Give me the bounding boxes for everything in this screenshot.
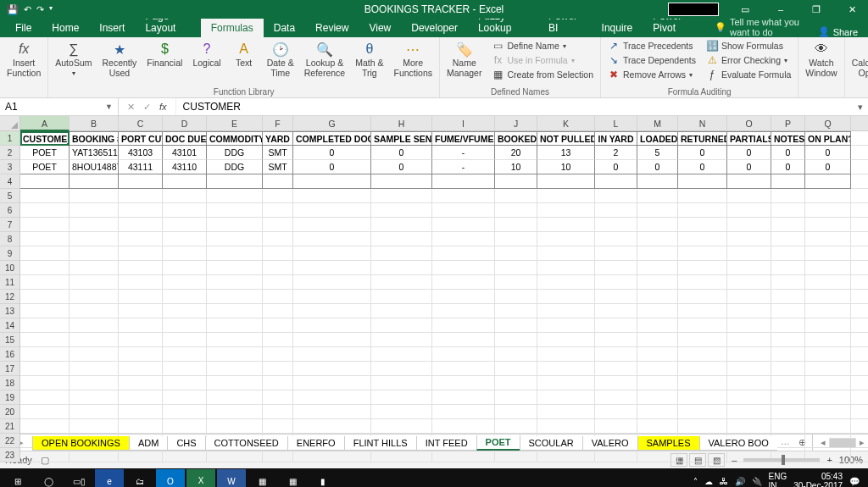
header-cell[interactable]: LOADED: [637, 131, 678, 146]
cell[interactable]: [293, 390, 371, 405]
taskbar-word[interactable]: W: [217, 469, 246, 487]
cell[interactable]: 0: [293, 160, 371, 174]
cell[interactable]: [727, 232, 771, 246]
cell[interactable]: [207, 246, 263, 261]
cell[interactable]: [293, 203, 371, 218]
cell[interactable]: [163, 232, 207, 246]
cell[interactable]: [207, 203, 263, 218]
cell[interactable]: [207, 218, 263, 232]
insert-function-button[interactable]: fx Insert Function: [3, 39, 44, 80]
cell[interactable]: [293, 246, 371, 261]
cell[interactable]: [263, 376, 293, 390]
cell[interactable]: [70, 304, 119, 318]
header-cell[interactable]: PARTIALS: [727, 131, 771, 146]
minimize-button[interactable]: –: [765, 0, 797, 19]
cell[interactable]: [851, 419, 868, 434]
cell[interactable]: [432, 304, 495, 318]
cell[interactable]: [263, 275, 293, 290]
remove-arrows-button[interactable]: ✖Remove Arrows ▾: [604, 68, 699, 81]
cell[interactable]: [70, 203, 119, 218]
header-cell[interactable]: IN YARD: [595, 131, 637, 146]
cell[interactable]: [678, 318, 727, 333]
horizontal-scrollbar[interactable]: [829, 438, 856, 448]
cell[interactable]: [432, 376, 495, 390]
cell[interactable]: [851, 261, 868, 275]
cell[interactable]: [851, 333, 868, 347]
ribbon-tab-review[interactable]: Review: [305, 19, 359, 37]
cell[interactable]: [771, 347, 805, 362]
column-header-R[interactable]: R: [851, 116, 868, 131]
cell[interactable]: [495, 203, 537, 218]
create-from-selection-button[interactable]: ▦Create from Selection: [488, 68, 597, 81]
cell[interactable]: [432, 261, 495, 275]
cell[interactable]: [263, 290, 293, 304]
cell[interactable]: 43110: [163, 160, 207, 174]
cell[interactable]: [851, 218, 868, 232]
cell[interactable]: [20, 174, 70, 189]
cell[interactable]: [727, 362, 771, 376]
cell[interactable]: [678, 405, 727, 419]
cell[interactable]: DDG: [207, 160, 263, 174]
cell[interactable]: [293, 189, 371, 203]
cell[interactable]: 0: [637, 160, 678, 174]
cell[interactable]: [371, 218, 432, 232]
cell[interactable]: [432, 189, 495, 203]
cell[interactable]: [851, 203, 868, 218]
cell[interactable]: [727, 203, 771, 218]
cell[interactable]: [771, 261, 805, 275]
cell[interactable]: [70, 290, 119, 304]
close-button[interactable]: ✕: [836, 0, 868, 19]
cell[interactable]: [678, 290, 727, 304]
column-header-G[interactable]: G: [293, 116, 371, 131]
cell[interactable]: 0: [727, 160, 771, 174]
cell[interactable]: [495, 189, 537, 203]
cell[interactable]: [20, 203, 70, 218]
cell[interactable]: [678, 261, 727, 275]
cell[interactable]: 43101: [163, 146, 207, 160]
cell[interactable]: [432, 390, 495, 405]
cell[interactable]: [119, 218, 163, 232]
header-cell[interactable]: NOT PULLED: [537, 131, 595, 146]
column-header-C[interactable]: C: [119, 116, 163, 131]
ribbon-tab-formulas[interactable]: Formulas: [201, 19, 264, 37]
row-header-14[interactable]: 14: [0, 318, 19, 333]
ribbon-tab-inquire[interactable]: Inquire: [592, 19, 643, 37]
cell[interactable]: [678, 362, 727, 376]
cell[interactable]: [371, 290, 432, 304]
share-button[interactable]: 👤 Share: [818, 26, 858, 37]
column-header-K[interactable]: K: [537, 116, 595, 131]
cell[interactable]: [495, 232, 537, 246]
row-header-21[interactable]: 21: [0, 419, 19, 434]
ribbon-options-button[interactable]: ▭: [729, 0, 761, 19]
cell[interactable]: [805, 246, 851, 261]
cell[interactable]: [119, 275, 163, 290]
cell[interactable]: [371, 419, 432, 434]
cell[interactable]: [678, 333, 727, 347]
cell[interactable]: [70, 189, 119, 203]
cell[interactable]: [20, 362, 70, 376]
cell[interactable]: [263, 261, 293, 275]
cell[interactable]: [163, 347, 207, 362]
column-header-Q[interactable]: Q: [805, 116, 851, 131]
cell[interactable]: [771, 203, 805, 218]
cell[interactable]: [20, 304, 70, 318]
evaluate-formula-button[interactable]: ƒEvaluate Formula: [703, 68, 794, 81]
cell[interactable]: [537, 290, 595, 304]
cell[interactable]: [20, 275, 70, 290]
sheet-tab-int-feed[interactable]: INT FEED: [416, 436, 477, 451]
cell[interactable]: YAT136511: [70, 146, 119, 160]
cell[interactable]: [293, 304, 371, 318]
task-view-button[interactable]: ▭▯: [64, 469, 93, 487]
cell[interactable]: [207, 376, 263, 390]
cell[interactable]: [371, 318, 432, 333]
use-in-formula-button[interactable]: fxUse in Formula ▾: [488, 53, 597, 67]
cell[interactable]: [595, 189, 637, 203]
row-header-1[interactable]: 1: [0, 131, 19, 146]
cell[interactable]: [163, 218, 207, 232]
cell[interactable]: [119, 304, 163, 318]
cell[interactable]: [432, 218, 495, 232]
cell[interactable]: [119, 405, 163, 419]
cell[interactable]: 10: [537, 160, 595, 174]
cell[interactable]: [20, 232, 70, 246]
cell[interactable]: [537, 347, 595, 362]
